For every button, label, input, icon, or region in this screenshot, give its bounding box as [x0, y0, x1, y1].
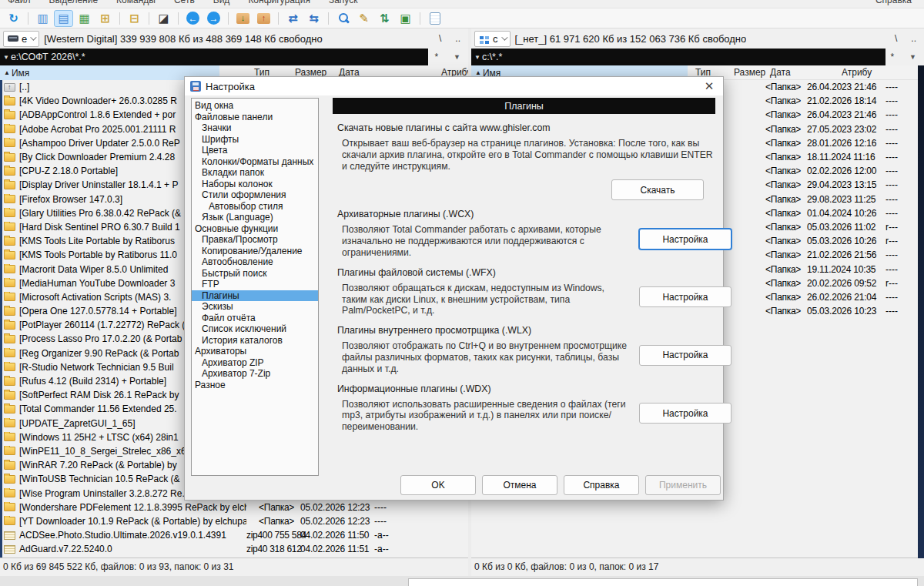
ftp-connect-icon[interactable]: ⇄: [283, 10, 303, 27]
directory-tree-icon[interactable]: ⊟: [125, 10, 144, 27]
right-select-button[interactable]: *: [890, 52, 894, 62]
left-parent-button[interactable]: ..: [455, 33, 460, 44]
settings-tree-item[interactable]: Архиватор ZIP: [192, 357, 318, 369]
brief-view-icon[interactable]: ▥: [33, 10, 52, 27]
menu-item[interactable]: Команды: [116, 0, 156, 5]
search-icon[interactable]: [333, 10, 353, 27]
settings-tree-item[interactable]: Файловые панели: [192, 112, 318, 123]
left-drive-selector[interactable]: e: [3, 31, 39, 47]
settings-tree-item[interactable]: Правка/Просмотр: [192, 234, 318, 246]
right-path-bar[interactable]: ▼ c:\*.*: [471, 49, 886, 65]
toolbar-separator: [25, 10, 32, 27]
settings-tree-item[interactable]: Файл отчёта: [192, 313, 318, 324]
left-root-button[interactable]: \: [439, 33, 441, 44]
menu-item[interactable]: Запуск: [329, 0, 358, 5]
right-history-button[interactable]: ▼: [909, 53, 916, 61]
left-drive-letter: e: [22, 33, 27, 45]
left-path-bar[interactable]: ▼ e:\СОФТ 2026\*.*: [0, 49, 428, 65]
settings-tree-item[interactable]: Автовыбор стиля: [192, 201, 318, 213]
settings-tree-item[interactable]: Наборы колонок: [192, 179, 318, 190]
tree-view-icon[interactable]: ⊞: [95, 10, 115, 27]
multi-rename-icon[interactable]: ✎: [354, 10, 373, 27]
settings-tree-item[interactable]: Автообновление: [192, 256, 318, 268]
dialog-title-bar[interactable]: Настройка: [185, 77, 723, 95]
wcx-configure-button[interactable]: Настройка: [639, 229, 732, 249]
settings-tree-item[interactable]: Список исключений: [192, 323, 318, 335]
ACDSee.Photo.Studio.Ultimate.2026.v19.0.1.4391[interactable]: ACDSee.Photo.Studio.Ultimate.2026.v19.0.…: [0, 528, 468, 542]
sort-asc-icon: ▲: [4, 69, 10, 76]
cancel-button[interactable]: Отмена: [482, 475, 557, 495]
menu-item[interactable]: Выделение: [49, 0, 99, 5]
left-history-button[interactable]: ▼: [454, 53, 460, 61]
menu-item-help[interactable]: Справка: [875, 0, 912, 5]
settings-tree-item[interactable]: Плагины: [192, 290, 318, 302]
settings-tree-item[interactable]: История каталогов: [192, 335, 318, 347]
[Wondershare PDFelement 12.1.8.3995 RePack by elchupac..][interactable]: [Wondershare PDFelement 12.1.8.3995 RePa…: [0, 501, 468, 514]
ftp-url-icon[interactable]: ⇆: [304, 10, 323, 27]
settings-tree-item[interactable]: Цвета: [192, 145, 318, 156]
notepad-icon[interactable]: [425, 10, 444, 27]
section-heading: Скачать новые плагины с сайта www.ghisle…: [337, 122, 715, 133]
settings-tree-item[interactable]: Стили оформления: [192, 189, 318, 201]
settings-tree-item[interactable]: Эскизы: [192, 301, 318, 313]
column-header-size[interactable]: Размер: [734, 67, 765, 78]
settings-tree-item[interactable]: Вкладки папок: [192, 167, 318, 179]
download-button[interactable]: Скачать: [611, 179, 704, 200]
thumbnails-view-icon[interactable]: ▦: [75, 10, 94, 27]
wlx-section: Плагины внутреннего просмотрщика (.WLX) …: [333, 316, 715, 374]
file-icon: [4, 83, 15, 92]
menu-item[interactable]: Конфигурация: [248, 0, 310, 5]
back-icon[interactable]: ←: [183, 10, 203, 27]
help-button[interactable]: Справка: [564, 475, 639, 495]
path-dropdown-icon[interactable]: ▼: [3, 54, 9, 61]
file-icon: [4, 489, 15, 497]
menu-item[interactable]: Файл: [8, 0, 31, 5]
settings-tree-item[interactable]: FTP: [192, 279, 318, 290]
menu-item[interactable]: Вид: [213, 0, 230, 5]
file-icon: [4, 237, 15, 246]
settings-tree-item[interactable]: Основные функции: [192, 223, 318, 235]
path-dropdown-icon[interactable]: ▼: [474, 54, 480, 61]
ok-button[interactable]: OK: [400, 475, 476, 495]
quick-view-icon[interactable]: ◪: [154, 10, 173, 27]
settings-tree-item[interactable]: Язык (Language): [192, 212, 318, 223]
column-header-date[interactable]: Дата: [770, 67, 791, 78]
file-icon: [4, 125, 15, 133]
right-parent-button[interactable]: ..: [911, 33, 916, 44]
settings-tree-item[interactable]: Вид окна: [192, 100, 318, 112]
wlx-configure-button[interactable]: Настройка: [639, 345, 732, 366]
settings-tree-item[interactable]: Архиваторы: [192, 346, 318, 357]
pack-icon[interactable]: ↓: [233, 10, 253, 27]
settings-tree-item[interactable]: Копирование/Удаление: [192, 246, 318, 257]
command-line-input[interactable]: [408, 578, 918, 586]
menu-item[interactable]: Сеть: [174, 0, 195, 5]
system-drive-icon: [480, 36, 484, 39]
right-drive-bar: c [_нет_] 61 971 620 Кб из 152 063 736 К…: [471, 28, 924, 49]
file-icon: [4, 531, 15, 540]
file-icon: [4, 195, 15, 203]
total-commander-window: ФайлВыделениеКомандыСетьВидКонфигурацияЗ…: [0, 0, 924, 586]
settings-tree-item[interactable]: Колонки/Форматы данных: [192, 156, 318, 168]
wfx-configure-button[interactable]: Настройка: [639, 286, 732, 307]
right-drive-selector[interactable]: c: [474, 31, 511, 47]
forward-icon[interactable]: →: [204, 10, 223, 27]
column-header-attr[interactable]: Атрибу: [842, 67, 872, 78]
wdx-section: Информационные плагины (.WDX) Позволяют …: [333, 375, 715, 433]
wdx-configure-button[interactable]: Настройка: [639, 403, 732, 424]
settings-tree-item[interactable]: Значки: [192, 122, 318, 134]
full-view-icon[interactable]: ▤: [54, 10, 73, 27]
settings-tree-item[interactable]: Быстрый поиск: [192, 268, 318, 280]
[YT Downloader 10.1.9 RePack (& Portable) by elchupacabra][interactable]: [YT Downloader 10.1.9 RePack (& Portable…: [0, 514, 468, 528]
settings-tree-item[interactable]: Архиватор 7-Zip: [192, 368, 318, 380]
unpack-icon[interactable]: ↑: [254, 10, 273, 27]
settings-tree-item[interactable]: Шрифты: [192, 134, 318, 146]
close-icon[interactable]: ✕: [701, 79, 717, 94]
compare-icon[interactable]: ▣: [396, 10, 415, 27]
AdGuard.v7.22.5240.0[interactable]: AdGuard.v7.22.5240.0 zip40 318 612 04.02…: [0, 542, 468, 556]
right-root-button[interactable]: \: [895, 33, 897, 44]
left-select-button[interactable]: *: [434, 52, 438, 62]
settings-dialog: Настройка ✕ Вид окна Файловые панели Зна…: [184, 76, 724, 501]
settings-tree-item[interactable]: Разное: [192, 380, 318, 391]
sync-dirs-icon[interactable]: ⇅: [375, 10, 394, 27]
refresh-icon[interactable]: ↻: [4, 10, 23, 27]
